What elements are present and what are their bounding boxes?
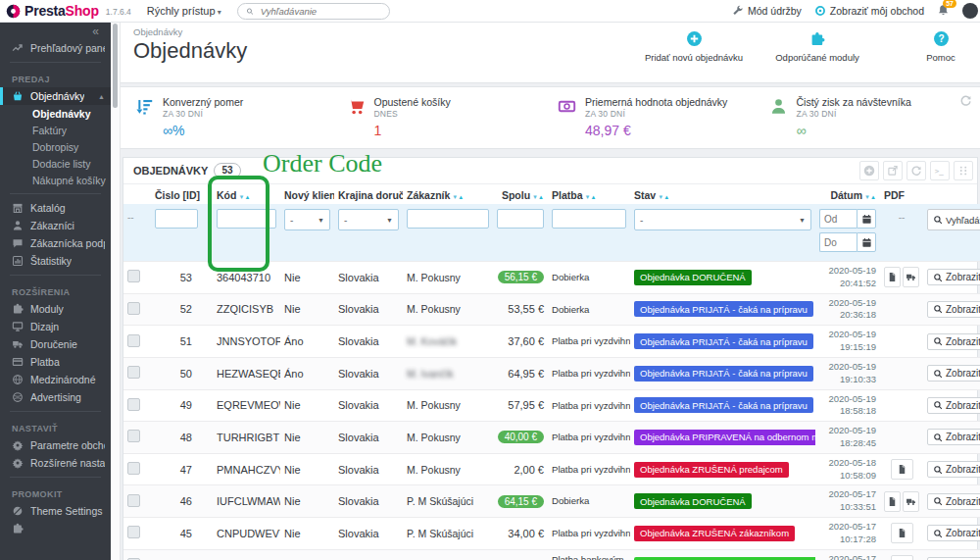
order-row-48[interactable]: 48TURHRIGBTNieSlovakiaM. Pokusny40,00 €P…	[123, 422, 980, 454]
maintenance-mode-link[interactable]: Mód údržby	[732, 5, 802, 17]
column-header-customer[interactable]: Zákazník▼▲	[403, 184, 493, 204]
sort-arrows-icon[interactable]: ▼▲	[658, 194, 669, 200]
row-checkbox[interactable]	[127, 398, 140, 411]
invoice-pdf-button[interactable]	[891, 555, 913, 560]
sidebar-subitem-objedn-vky[interactable]: Objednávky	[0, 105, 111, 122]
panel-tool-plus-circle-button[interactable]	[859, 161, 879, 180]
header-action-odpor-an-moduly[interactable]: Odporúčané moduly	[762, 30, 872, 63]
sort-arrows-icon[interactable]: ▼▲	[238, 194, 250, 200]
column-header-id[interactable]: Čislo [ID]▼▲	[151, 184, 202, 204]
sidebar-subitem-fakt-ry[interactable]: Faktúry	[0, 122, 111, 138]
sidebar-subitem-dobropisy[interactable]: Dobropisy	[0, 138, 111, 155]
sort-arrows-icon[interactable]: ▼▲	[864, 194, 876, 200]
view-order-button[interactable]: Zobraziť	[927, 269, 980, 285]
invoice-pdf-button[interactable]	[891, 523, 913, 543]
filter-date-to-input[interactable]	[819, 232, 857, 252]
row-checkbox[interactable]	[127, 462, 140, 475]
filter-select-new_client[interactable]: -▼	[284, 209, 330, 230]
filter-input-customer[interactable]	[407, 209, 489, 229]
panel-tool-grid-button[interactable]	[954, 161, 973, 180]
sidebar-item-platba[interactable]: Platba	[0, 353, 111, 371]
sidebar-item-parametre-obchodu[interactable]: Parametre obchodu	[0, 436, 111, 454]
panel-tool-export-button[interactable]	[883, 161, 903, 180]
row-checkbox[interactable]	[127, 366, 140, 379]
order-row-53[interactable]: 53364043710NieSlovakiaM. Pokusny56,15 €D…	[123, 262, 980, 294]
sidebar-item-doru-enie[interactable]: Doručenie	[0, 335, 111, 353]
sidebar-scrollbar[interactable]	[111, 22, 121, 560]
view-order-button[interactable]: Zobraziť	[927, 493, 980, 510]
invoice-pdf-button[interactable]	[891, 459, 913, 480]
notifications-button[interactable]: 57	[937, 4, 950, 19]
row-checkbox[interactable]	[127, 334, 140, 347]
sidebar-item-z-kazn-ci[interactable]: Zákazníci	[0, 217, 111, 234]
order-row-50[interactable]: 50HEZWASEQBÁnoSlovakiaM. Ivančík64,95 €P…	[123, 357, 980, 389]
view-order-button[interactable]: Zobraziť	[927, 461, 980, 478]
sidebar-subitem-dodacie-listy[interactable]: Dodacie listy	[0, 155, 111, 172]
row-checkbox[interactable]	[127, 430, 140, 442]
sidebar-item-advertising[interactable]: Advertising	[0, 388, 111, 406]
quick-access-menu[interactable]: Rýchly prístup	[147, 5, 221, 17]
view-order-button[interactable]: Zobraziť	[927, 365, 980, 382]
global-search-input[interactable]	[259, 5, 381, 18]
prestashop-logo[interactable]: PrestaShop 1.7.6.4	[0, 3, 131, 19]
filter-input-code[interactable]	[217, 209, 276, 229]
order-row-46[interactable]: 46IUFCLWMAWNieSlovakiaP. M Skúšajúci64,1…	[123, 485, 980, 518]
filter-input-id[interactable]	[155, 209, 198, 229]
sort-arrows-icon[interactable]: ▼▲	[452, 194, 464, 200]
user-avatar[interactable]	[962, 3, 978, 19]
sidebar-item-preh-adov-panel[interactable]: Prehľadový panel	[0, 39, 111, 57]
order-row-47[interactable]: 47PMNAHCZVYNieSlovakiaM. Pokusny2,00 €Pl…	[123, 453, 980, 485]
order-row-44[interactable]: 44CQYJABOMWNieSlovakiaP. M Skúšajúci36,9…	[123, 549, 980, 560]
row-checkbox[interactable]	[127, 526, 140, 538]
filter-date-from-input[interactable]	[819, 209, 857, 229]
view-order-button[interactable]: Zobraziť	[927, 525, 980, 541]
panel-tool-refresh-button[interactable]	[906, 161, 926, 180]
delivery-slip-button[interactable]	[903, 267, 919, 287]
order-row-49[interactable]: 49EQREVMEOWNieSlovakiaM. Pokusny57,95 €P…	[123, 389, 980, 422]
column-header-status[interactable]: Stav▼▲	[630, 184, 815, 204]
filter-select-country[interactable]: -▼	[338, 209, 399, 230]
invoice-pdf-button[interactable]	[884, 491, 901, 512]
panel-tool-terminal-button[interactable]: >_	[930, 161, 950, 180]
column-header-date[interactable]: Dátum▼▲	[815, 184, 880, 204]
column-header-total[interactable]: Spolu▼▲	[493, 184, 548, 204]
sidebar-item-moduly[interactable]: Moduly	[0, 300, 111, 318]
global-search[interactable]	[237, 3, 390, 20]
header-action-pomoc[interactable]: ?Pomoc	[886, 30, 980, 63]
view-shop-link[interactable]: Zobraziť môj obchod	[814, 5, 924, 17]
column-header-country[interactable]: Krajina doručenia▼▲	[334, 184, 403, 204]
sort-arrows-icon[interactable]: ▼▲	[532, 194, 544, 200]
sidebar-item-objedn-vky[interactable]: Objednávky▲	[0, 87, 111, 105]
calendar-button[interactable]	[857, 232, 876, 252]
invoice-pdf-button[interactable]	[884, 267, 901, 287]
delivery-slip-button[interactable]	[903, 491, 919, 512]
view-order-button[interactable]: Zobraziť	[927, 333, 980, 350]
row-checkbox[interactable]	[127, 494, 140, 507]
sidebar-collapse-button[interactable]: «	[0, 22, 111, 39]
header-action-prida-nov-objedn-vku[interactable]: Pridať novú objednávku	[639, 30, 749, 63]
order-row-52[interactable]: 52ZZQICISYBNieSlovakiaM. Pokusny53,55 €D…	[123, 293, 980, 326]
sidebar-item-katal-g[interactable]: Katalóg	[0, 199, 111, 217]
filter-input-payment[interactable]	[552, 209, 626, 229]
kpi-refresh-icon[interactable]	[959, 94, 972, 107]
filter-select-status[interactable]: -▼	[634, 209, 811, 230]
order-row-51[interactable]: 51JNNSYOTOFÁnoSlovakiaM. Kováčik37,60 €P…	[123, 326, 980, 358]
sidebar-item-theme-settings[interactable]: Theme Settings	[0, 502, 111, 520]
filter-search-button[interactable]: Vyhľadávanie	[927, 209, 980, 230]
calendar-button[interactable]	[857, 209, 876, 229]
sidebar-item-item[interactable]	[0, 520, 111, 537]
sidebar-item-dizajn[interactable]: Dizajn	[0, 318, 111, 335]
column-header-payment[interactable]: Platba▼▲	[548, 184, 630, 204]
row-checkbox[interactable]	[127, 270, 140, 282]
sidebar-scrollbar-thumb[interactable]	[113, 24, 118, 108]
sidebar-item-roz-ren-nastavenia[interactable]: Rozšírené nastavenia	[0, 454, 111, 472]
sidebar-item-tatistiky[interactable]: Štatistiky	[0, 252, 111, 270]
view-order-button[interactable]: Zobraziť	[927, 301, 980, 318]
sidebar-subitem-n-kupn-ko-ky[interactable]: Nákupné košíky	[0, 172, 111, 188]
sidebar-item-medzin-rodn[interactable]: Medzinárodné	[0, 371, 111, 388]
filter-input-total[interactable]	[497, 209, 544, 229]
row-checkbox[interactable]	[127, 302, 140, 315]
sidebar-item-z-kazn-cka-podpora[interactable]: Zákaznícka podpora	[0, 234, 111, 252]
sort-arrows-icon[interactable]: ▼▲	[585, 194, 597, 200]
order-row-45[interactable]: 45CNPUDWEVYNieSlovakiaP. M Skúšajúci34,0…	[123, 518, 980, 550]
